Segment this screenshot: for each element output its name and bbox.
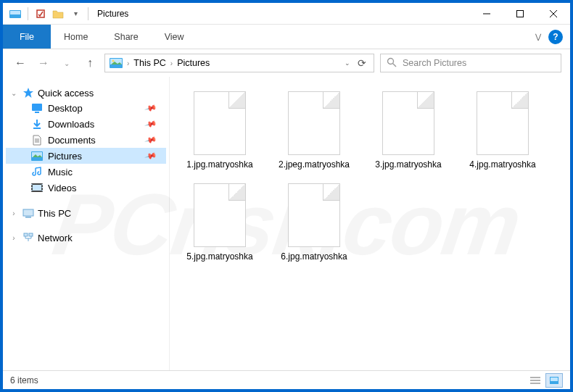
svg-rect-12 (32, 104, 42, 111)
file-icon (194, 183, 246, 247)
svg-line-11 (393, 63, 397, 67)
sidebar-item-music[interactable]: Music (6, 164, 166, 180)
maximize-button[interactable] (503, 3, 537, 25)
nav-network[interactable]: › Network (6, 230, 166, 245)
file-name: 2.jpeg.matryoshka (279, 159, 350, 170)
svg-point-10 (388, 58, 394, 64)
file-icon (382, 91, 434, 155)
nav-this-pc[interactable]: › This PC (6, 206, 166, 220)
app-icon (7, 6, 23, 22)
pin-icon: 📌 (144, 133, 158, 146)
qat-properties-icon[interactable] (33, 6, 49, 22)
file-item[interactable]: 6.jpg.matryoshka (271, 183, 357, 262)
tab-view[interactable]: View (152, 25, 197, 49)
file-name: 5.jpg.matryoshka (186, 251, 252, 262)
sidebar-item-desktop[interactable]: Desktop 📌 (6, 100, 166, 116)
sidebar-item-videos[interactable]: Videos (6, 180, 166, 196)
file-item[interactable]: 1.jpg.matryoshka (177, 91, 263, 170)
documents-icon (30, 134, 44, 146)
close-button[interactable] (537, 3, 570, 25)
sidebar-item-label: Desktop (48, 103, 83, 114)
search-input[interactable]: Search Pictures (380, 54, 561, 72)
svg-rect-29 (24, 233, 28, 236)
svg-rect-20 (33, 185, 41, 191)
body-area: PCrisk.com ⌄ Quick access Desktop 📌 Down… (3, 77, 570, 370)
ribbon-expand-icon[interactable]: ⋁ (535, 33, 541, 41)
svg-rect-21 (31, 184, 33, 185)
navigation-pane: ⌄ Quick access Desktop 📌 Downloads 📌 Do (3, 77, 170, 370)
svg-rect-30 (29, 233, 33, 236)
file-item[interactable]: 3.jpg.matryoshka (366, 91, 451, 170)
svg-point-9 (112, 60, 115, 62)
qat-newfolder-icon[interactable] (50, 6, 66, 22)
sidebar-item-label: Downloads (48, 119, 94, 130)
refresh-button[interactable]: ⟳ (355, 57, 369, 69)
sidebar-item-label: Music (48, 167, 73, 178)
ribbon: File Home Share View ⋁ ? (3, 25, 570, 49)
file-name: 6.jpg.matryoshka (281, 251, 347, 262)
svg-rect-24 (42, 184, 44, 185)
sidebar-item-label: Videos (48, 183, 77, 193)
svg-rect-28 (25, 217, 31, 218)
sidebar-item-downloads[interactable]: Downloads 📌 (6, 116, 166, 132)
svg-rect-25 (42, 187, 44, 188)
svg-rect-23 (31, 190, 33, 191)
chevron-down-icon: ⌄ (9, 89, 19, 97)
chevron-right-icon: › (9, 234, 19, 242)
file-grid: 1.jpg.matryoshka 2.jpeg.matryoshka 3.jpg… (177, 91, 563, 262)
nav-this-pc-label: This PC (38, 208, 71, 219)
nav-quick-access[interactable]: ⌄ Quick access (6, 86, 166, 100)
music-icon (30, 166, 44, 178)
breadcrumb-pictures[interactable]: Pictures (177, 58, 210, 68)
search-placeholder: Search Pictures (403, 58, 466, 68)
file-icon (477, 91, 529, 155)
breadcrumb-this-pc[interactable]: This PC (133, 58, 165, 68)
nav-network-label: Network (38, 233, 73, 243)
file-icon (288, 183, 340, 247)
pictures-icon (30, 150, 44, 162)
nav-recent-dropdown[interactable]: ⌄ (58, 54, 75, 72)
status-bar: 6 items (3, 370, 570, 389)
nav-up-button[interactable]: ↑ (81, 54, 99, 72)
status-item-count: 6 items (10, 375, 38, 385)
chevron-right-icon[interactable]: › (170, 59, 173, 67)
chevron-right-icon: › (9, 209, 19, 217)
svg-rect-2 (37, 10, 44, 17)
file-icon (288, 91, 340, 155)
svg-rect-13 (35, 112, 39, 113)
view-large-icons-button[interactable] (545, 373, 563, 388)
qat-separator (28, 7, 28, 20)
file-item[interactable]: 2.jpeg.matryoshka (271, 91, 357, 170)
sidebar-item-documents[interactable]: Documents 📌 (6, 132, 166, 148)
sidebar-item-pictures[interactable]: Pictures 📌 (6, 148, 166, 164)
address-bar[interactable]: › This PC › Pictures ⌄ ⟳ (104, 54, 374, 72)
qat-separator (88, 7, 88, 20)
tab-share[interactable]: Share (101, 25, 151, 49)
pin-icon: 📌 (144, 149, 158, 162)
file-item[interactable]: 4.jpg.matryoshka (460, 91, 545, 170)
star-icon (22, 87, 35, 99)
explorer-window: ▾ Pictures File Home Share View ⋁ ? ← → … (3, 3, 570, 389)
svg-rect-26 (42, 190, 44, 191)
help-icon[interactable]: ? (548, 30, 563, 44)
address-dropdown-icon[interactable]: ⌄ (345, 59, 350, 67)
sidebar-item-label: Documents (48, 135, 96, 146)
tab-home[interactable]: Home (51, 25, 101, 49)
videos-icon (30, 182, 44, 193)
content-area[interactable]: 1.jpg.matryoshka 2.jpeg.matryoshka 3.jpg… (170, 77, 570, 370)
file-name: 3.jpg.matryoshka (375, 159, 441, 170)
downloads-icon (30, 118, 44, 130)
nav-forward-button[interactable]: → (35, 54, 52, 72)
view-details-button[interactable] (527, 373, 544, 388)
chevron-right-icon[interactable]: › (127, 59, 129, 67)
file-item[interactable]: 5.jpg.matryoshka (177, 183, 263, 262)
minimize-button[interactable] (470, 3, 503, 25)
nav-back-button[interactable]: ← (12, 54, 29, 72)
address-bar-row: ← → ⌄ ↑ › This PC › Pictures ⌄ ⟳ Search … (3, 49, 570, 77)
search-icon (387, 57, 397, 70)
qat-dropdown-icon[interactable]: ▾ (67, 6, 83, 22)
desktop-icon (30, 102, 44, 114)
file-tab[interactable]: File (3, 25, 51, 49)
network-icon (22, 232, 35, 243)
sidebar-item-label: Pictures (48, 151, 82, 162)
